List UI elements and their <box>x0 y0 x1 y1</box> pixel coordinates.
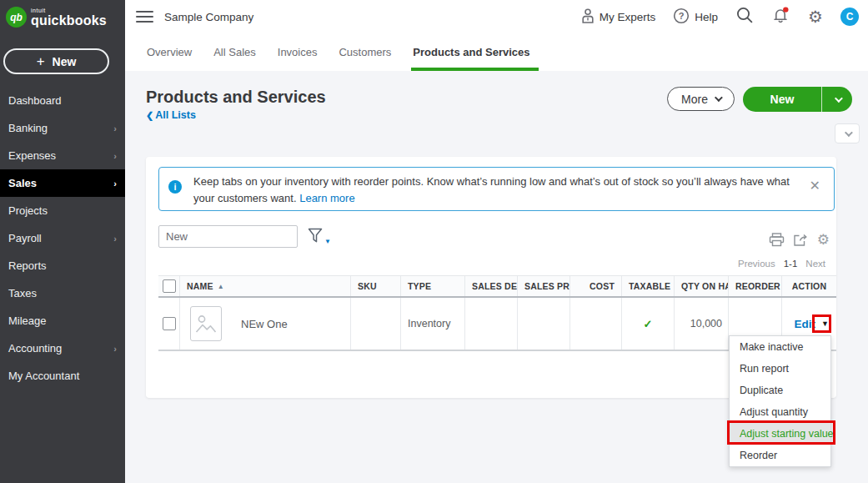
chevron-down-icon <box>834 94 842 103</box>
header-sales-description: SALES DESC <box>465 276 518 296</box>
help-label: Help <box>695 11 718 23</box>
sidebar-item-payroll[interactable]: Payroll› <box>0 224 125 252</box>
edit-link[interactable]: Edit <box>795 318 816 330</box>
help-button[interactable]: ? Help <box>673 8 718 27</box>
topbar: Sample Company My Experts ? Help ⚙ C <box>125 0 868 33</box>
new-label: New <box>743 93 821 106</box>
chevron-right-icon: › <box>113 151 117 161</box>
hamburger-menu-icon[interactable] <box>136 8 153 26</box>
new-button[interactable]: New <box>743 87 852 112</box>
chevron-down-icon <box>844 128 852 137</box>
person-icon <box>581 8 595 26</box>
pagination: Previous 1-1 Next <box>738 259 825 269</box>
header-cost: COST <box>570 276 622 296</box>
menu-item-make-inactive[interactable]: Make inactive <box>730 336 830 358</box>
plus-icon: + <box>37 53 45 70</box>
header-action: ACTION <box>782 276 836 296</box>
sidebar-item-reports[interactable]: Reports <box>0 252 125 279</box>
header-sales-price: SALES PRICI <box>518 276 570 296</box>
cell-sales-price <box>518 298 570 350</box>
my-experts-button[interactable]: My Experts <box>581 8 656 26</box>
header-name[interactable]: NAME▲ <box>180 276 351 296</box>
menu-item-adjust-quantity[interactable]: Adjust quantity <box>730 401 830 423</box>
previous-page-button[interactable]: Previous <box>738 259 775 269</box>
sidebar-item-projects[interactable]: Projects <box>0 197 125 224</box>
table-settings-gear-icon[interactable]: ⚙ <box>817 233 830 247</box>
tab-overview[interactable]: Overview <box>147 33 192 71</box>
sidebar-item-mileage[interactable]: Mileage <box>0 307 125 335</box>
cell-sales-description <box>465 298 518 350</box>
next-page-button[interactable]: Next <box>805 259 825 269</box>
more-button[interactable]: More <box>667 87 735 111</box>
banner-text: Keep tabs on your inventory with reorder… <box>193 174 802 207</box>
sidebar-item-sales[interactable]: Sales› <box>0 169 125 197</box>
avatar[interactable]: C <box>840 8 859 26</box>
tab-products-and-services[interactable]: Products and Services <box>413 33 529 71</box>
collapse-panel-button[interactable] <box>835 123 860 143</box>
notifications-bell-icon[interactable] <box>771 6 790 28</box>
print-icon[interactable] <box>769 233 785 247</box>
action-caret-down-icon[interactable]: ▼ <box>821 319 829 328</box>
product-image-placeholder <box>190 306 222 341</box>
sidebar-new-button[interactable]: + New <box>3 48 109 74</box>
close-icon[interactable]: ✕ <box>810 178 820 194</box>
inventory-info-banner: i Keep tabs on your inventory with reord… <box>158 167 835 211</box>
export-icon[interactable] <box>793 233 809 247</box>
more-label: More <box>681 93 708 106</box>
sidebar-item-my-accountant[interactable]: My Accountant <box>0 362 125 390</box>
sidebar-nav: Dashboard Banking› Expenses› Sales› Proj… <box>0 87 125 390</box>
tab-all-sales[interactable]: All Sales <box>213 33 256 71</box>
menu-item-run-report[interactable]: Run report <box>730 358 830 380</box>
header-type: TYPE <box>401 276 465 296</box>
sidebar-item-expenses[interactable]: Expenses› <box>0 142 125 169</box>
menu-item-duplicate[interactable]: Duplicate <box>730 380 830 401</box>
header-qty-on-hand: QTY ON HA <box>675 276 729 296</box>
my-experts-label: My Experts <box>600 11 656 23</box>
help-icon: ? <box>673 8 690 27</box>
all-lists-link[interactable]: ❮All Lists <box>146 109 196 121</box>
sidebar-item-banking[interactable]: Banking› <box>0 114 125 142</box>
sidebar-item-taxes[interactable]: Taxes <box>0 279 125 307</box>
new-dropdown-button[interactable] <box>821 87 852 112</box>
cell-sku <box>351 298 401 350</box>
chevron-right-icon: › <box>113 179 117 189</box>
menu-item-adjust-starting-value[interactable]: Adjust starting value <box>730 423 830 445</box>
tab-customers[interactable]: Customers <box>339 33 391 71</box>
settings-gear-icon[interactable]: ⚙ <box>808 8 823 25</box>
table-header-row: NAME▲ SKU TYPE SALES DESC SALES PRICI CO… <box>158 275 836 298</box>
sidebar: qb intuit quickbooks + New Dashboard Ban… <box>0 0 125 483</box>
tab-invoices[interactable]: Invoices <box>278 33 318 71</box>
info-icon: i <box>168 180 182 194</box>
row-checkbox[interactable] <box>163 317 176 330</box>
chevron-right-icon: › <box>113 234 117 244</box>
header-sku: SKU <box>351 276 401 296</box>
header-reorder-point: REORDER P <box>729 276 782 296</box>
qb-badge-icon: qb <box>6 7 27 28</box>
header-taxable: TAXABLE <box>622 276 675 296</box>
intuit-label: intuit <box>31 8 107 13</box>
quickbooks-logo: qb intuit quickbooks <box>0 0 125 28</box>
select-all-checkbox[interactable] <box>163 279 176 293</box>
taxable-check-icon: ✓ <box>622 298 675 350</box>
menu-item-reorder[interactable]: Reorder <box>730 445 830 466</box>
cell-qty-on-hand: 10,000 <box>675 298 729 350</box>
cell-cost <box>570 298 622 350</box>
filter-funnel-icon <box>307 227 324 248</box>
filter-button[interactable]: ▼ <box>307 227 331 248</box>
action-dropdown-menu: Make inactive Run report Duplicate Adjus… <box>729 335 831 467</box>
sidebar-new-label: New <box>53 55 77 68</box>
sidebar-item-dashboard[interactable]: Dashboard <box>0 87 125 114</box>
sidebar-item-accounting[interactable]: Accounting› <box>0 335 125 362</box>
back-chevron-icon: ❮ <box>146 110 153 120</box>
search-icon[interactable] <box>735 6 754 28</box>
filter-search-input[interactable] <box>158 225 298 248</box>
svg-text:?: ? <box>679 11 685 21</box>
chevron-right-icon: › <box>113 123 117 133</box>
cell-type: Inventory <box>401 298 465 350</box>
page-range: 1-1 <box>784 259 798 269</box>
quickbooks-label: quickbooks <box>31 13 107 28</box>
company-name: Sample Company <box>164 11 253 23</box>
page-title: Products and Services <box>146 88 326 107</box>
chevron-right-icon: › <box>113 344 117 354</box>
learn-more-link[interactable]: Learn more <box>299 192 354 204</box>
